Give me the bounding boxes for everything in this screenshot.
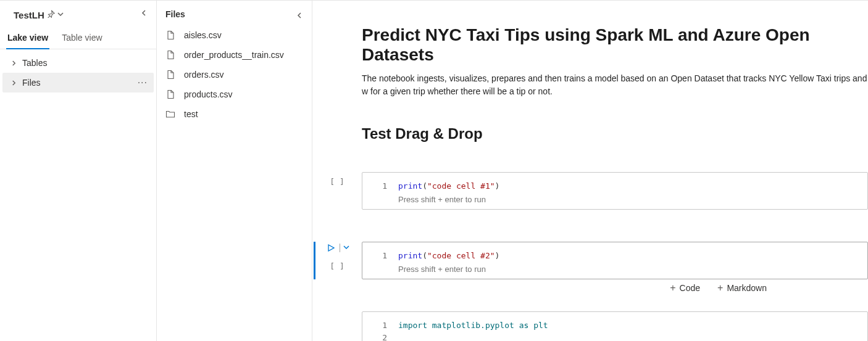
file-item-label: products.csv (184, 89, 233, 99)
add-markdown-cell-button[interactable]: + Markdown (715, 282, 769, 294)
lake-header: TestLH (0, 1, 156, 25)
tree-item-files[interactable]: Files ··· (2, 73, 154, 92)
folder-icon (165, 109, 175, 119)
cells-container: [ ]1print("code cell #1")Press shift + e… (362, 172, 868, 341)
panel-files: Files aisles.csvorder_products__train.cs… (157, 1, 312, 341)
file-item[interactable]: products.csv (157, 84, 312, 104)
code-line: 1print("code cell #1") (372, 180, 858, 192)
code-text: print("code cell #2") (398, 250, 499, 262)
file-item[interactable]: order_products__train.csv (157, 45, 312, 65)
code-line: 2 (372, 332, 858, 341)
tree-item-label: Tables (22, 58, 149, 68)
tab-lake-view[interactable]: Lake view (6, 28, 49, 49)
panel-notebook: Predict NYC Taxi Tips using Spark ML and… (312, 1, 868, 341)
collapse-files-panel-button[interactable] (292, 8, 307, 23)
chevron-right-icon (10, 80, 17, 86)
lakehouse-title[interactable]: TestLH (14, 10, 44, 20)
file-item[interactable]: test (157, 104, 312, 124)
line-number: 1 (372, 319, 387, 332)
file-item-label: aisles.csv (184, 30, 222, 40)
file-icon (165, 50, 175, 60)
exec-count: [ ] (330, 261, 344, 271)
notebook-heading1: Predict NYC Taxi Tips using Spark ML and… (362, 25, 868, 65)
app-root: TestLH Lake view Table view (0, 0, 868, 341)
line-number: 2 (372, 332, 387, 341)
tree-item-label: Files (22, 78, 131, 88)
file-item-label: order_products__train.csv (184, 50, 284, 60)
cell-editor[interactable]: 1print("code cell #2")Press shift + ente… (362, 242, 868, 279)
file-item-label: test (184, 109, 198, 119)
separator (340, 244, 340, 252)
lake-tabs: Lake view Table view (0, 25, 156, 49)
run-cell-button[interactable] (325, 242, 336, 253)
file-icon (165, 70, 175, 80)
file-icon (165, 30, 175, 40)
collapse-lake-panel-button[interactable] (136, 6, 151, 20)
tab-label: Lake view (7, 33, 48, 43)
line-number: 1 (372, 250, 387, 262)
cell-editor[interactable]: 1print("code cell #1")Press shift + ente… (362, 172, 868, 210)
notebook-scroll[interactable]: Predict NYC Taxi Tips using Spark ML and… (312, 1, 868, 341)
plus-icon: + (670, 283, 675, 293)
file-item[interactable]: orders.csv (157, 65, 312, 84)
plus-icon: + (717, 283, 723, 293)
code-cell[interactable]: 1import matplotlib.pyplot as plt23from p… (362, 311, 868, 341)
run-hint: Press shift + enter to run (372, 265, 858, 274)
cell-gutter: [ ] (319, 242, 356, 271)
code-cell[interactable]: [ ]1print("code cell #2")Press shift + e… (362, 242, 868, 279)
notebook-heading2: Test Drag & Drop (362, 125, 868, 142)
add-btn-label: Code (680, 283, 700, 293)
code-text: print("code cell #1") (398, 180, 499, 192)
code-line: 1print("code cell #2") (372, 250, 858, 262)
line-number: 1 (372, 180, 387, 192)
add-btn-label: Markdown (727, 283, 767, 293)
file-item-label: orders.csv (184, 70, 224, 80)
code-text: import matplotlib.pyplot as plt (398, 319, 548, 332)
code-cell[interactable]: [ ]1print("code cell #1")Press shift + e… (362, 172, 868, 210)
add-code-cell-button[interactable]: + Code (667, 282, 703, 294)
lake-tree: Tables Files ··· (0, 49, 156, 96)
cell-editor[interactable]: 1import matplotlib.pyplot as plt23from p… (362, 311, 868, 341)
exec-count: [ ] (330, 177, 344, 186)
add-cell-bar: + Code + Markdown (667, 282, 769, 294)
files-list: aisles.csvorder_products__train.csvorder… (157, 25, 312, 124)
more-icon[interactable]: ··· (136, 77, 149, 88)
cell-gutter: [ ] (319, 172, 356, 186)
tree-item-tables[interactable]: Tables (2, 53, 154, 73)
file-item[interactable]: aisles.csv (157, 25, 312, 45)
files-title: Files (165, 9, 185, 19)
file-icon (165, 89, 175, 99)
chevron-down-icon[interactable] (343, 244, 349, 252)
pin-icon[interactable] (47, 10, 55, 20)
code-line: 1import matplotlib.pyplot as plt (372, 319, 858, 332)
chevron-down-icon[interactable] (57, 11, 64, 18)
panel-lake-explorer: TestLH Lake view Table view (0, 1, 157, 341)
notebook-description: The notebook ingests, visualizes, prepar… (362, 72, 868, 98)
run-hint: Press shift + enter to run (372, 195, 858, 204)
files-header: Files (157, 3, 312, 25)
tab-table-view[interactable]: Table view (61, 28, 103, 49)
chevron-right-icon (10, 60, 17, 66)
tab-label: Table view (62, 33, 102, 43)
